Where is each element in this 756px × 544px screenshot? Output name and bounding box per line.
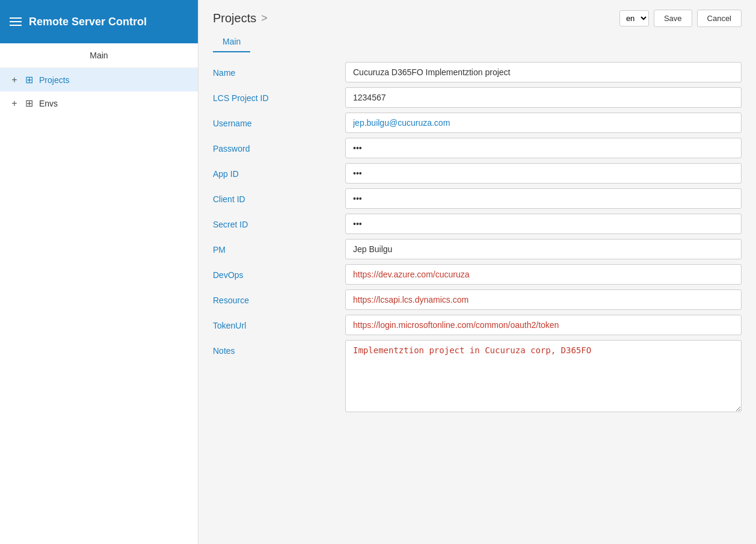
input-username[interactable]: [345, 113, 742, 133]
app-title: Remote Server Control: [29, 16, 147, 28]
label-pm: PM: [213, 239, 345, 255]
sidebar-header: Remote Server Control: [0, 0, 198, 43]
input-lcs-project-id[interactable]: [345, 87, 742, 108]
main-content: Projects > en Save Cancel Main Name LCS …: [198, 0, 756, 544]
grid-icon-envs: ⊞: [25, 97, 33, 109]
label-lcs-project-id: LCS Project ID: [213, 87, 345, 103]
form-row-notes: Notes Implementztion project in Cucuruza…: [213, 340, 742, 412]
input-resource[interactable]: [345, 289, 742, 310]
header-actions: en Save Cancel: [619, 10, 742, 27]
sidebar-item-envs[interactable]: + ⊞ Envs: [0, 91, 198, 115]
form-row-token-url: TokenUrl: [213, 315, 742, 335]
input-token-url[interactable]: [345, 315, 742, 335]
input-secret-id[interactable]: [345, 214, 742, 234]
sidebar-item-projects[interactable]: + ⊞ Projects: [0, 68, 198, 91]
plus-icon-projects: +: [10, 75, 19, 85]
page-header: Projects > en Save Cancel: [198, 0, 756, 27]
form-row-client-id: Client ID: [213, 188, 742, 209]
form-row-password: Password: [213, 138, 742, 158]
breadcrumb-separator: >: [261, 12, 268, 25]
form-row-name: Name: [213, 62, 742, 82]
breadcrumb: Projects >: [213, 11, 268, 25]
form-container: Name LCS Project ID Username Password Ap…: [198, 52, 756, 431]
label-username: Username: [213, 113, 345, 128]
input-password[interactable]: [345, 138, 742, 158]
label-devops: DevOps: [213, 264, 345, 280]
form-row-lcs-project-id: LCS Project ID: [213, 87, 742, 108]
plus-icon-envs: +: [10, 98, 19, 109]
label-token-url: TokenUrl: [213, 315, 345, 330]
form-row-app-id: App ID: [213, 163, 742, 184]
label-client-id: Client ID: [213, 188, 345, 204]
label-notes: Notes: [213, 340, 345, 356]
input-notes[interactable]: Implementztion project in Cucuruza corp,…: [345, 340, 742, 412]
input-app-id[interactable]: [345, 163, 742, 184]
cancel-button[interactable]: Cancel: [697, 10, 742, 27]
form-row-devops: DevOps: [213, 264, 742, 285]
tab-main[interactable]: Main: [213, 32, 250, 52]
sidebar: Remote Server Control Main + ⊞ Projects …: [0, 0, 198, 544]
sidebar-item-label-projects: Projects: [39, 75, 70, 85]
tabs: Main: [198, 27, 756, 52]
sidebar-item-label-envs: Envs: [39, 99, 58, 108]
input-name[interactable]: [345, 62, 742, 82]
input-pm[interactable]: [345, 239, 742, 259]
save-button[interactable]: Save: [654, 10, 692, 27]
grid-icon-projects: ⊞: [25, 74, 33, 85]
form-row-username: Username: [213, 113, 742, 133]
hamburger-icon[interactable]: [10, 17, 22, 26]
input-client-id[interactable]: [345, 188, 742, 209]
label-name: Name: [213, 62, 345, 78]
language-select[interactable]: en: [619, 10, 649, 26]
input-devops[interactable]: [345, 264, 742, 285]
label-password: Password: [213, 138, 345, 153]
breadcrumb-current: Projects: [213, 11, 256, 25]
label-secret-id: Secret ID: [213, 214, 345, 229]
sidebar-main-label: Main: [0, 43, 198, 68]
form-row-pm: PM: [213, 239, 742, 259]
form-row-resource: Resource: [213, 289, 742, 310]
form-row-secret-id: Secret ID: [213, 214, 742, 234]
label-resource: Resource: [213, 289, 345, 305]
label-app-id: App ID: [213, 163, 345, 179]
